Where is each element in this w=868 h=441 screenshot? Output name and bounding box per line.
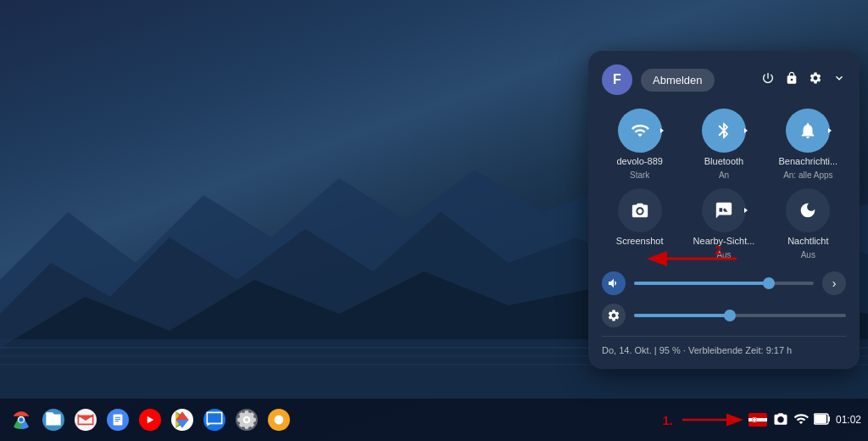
svg-point-26 [275,416,284,425]
play-store-icon[interactable] [168,405,197,434]
chevron-down-icon[interactable] [832,71,846,88]
gmail-icon[interactable] [71,405,100,434]
nightlight-toggle: Nachtlicht Aus [771,188,846,260]
nightlight-button[interactable] [786,188,830,232]
volume-icon [602,271,626,295]
settings-taskbar-icon[interactable] [232,405,261,434]
notifications-button[interactable] [786,109,830,153]
taskbar-time: 01:02 [836,414,861,426]
volume-fill [634,282,769,285]
orange-app-icon[interactable] [264,405,293,434]
taskbar-apps [7,405,662,434]
svg-rect-35 [828,416,830,421]
svg-rect-31 [748,418,767,421]
screenshot-toggle: Screenshot [602,188,677,260]
messages-icon[interactable] [200,405,229,434]
volume-expand-icon[interactable]: › [822,271,846,295]
nightlight-label: Nachtlicht [787,236,828,247]
user-avatar[interactable]: F [602,64,632,95]
notifications-label: Benachrichti... [778,156,837,167]
nearby-toggle: Nearby-Sicht... Aus [686,188,761,260]
nightlight-sublabel: Aus [801,250,815,260]
bluetooth-toggle: Bluetooth An [686,109,761,180]
svg-rect-36 [815,415,826,423]
settings-icon[interactable] [809,71,822,88]
brightness-thumb[interactable] [724,310,736,321]
screenshot-label: Screenshot [616,236,664,247]
notifications-toggle: Benachrichti... An: alle Apps [771,109,846,180]
nearby-label: Nearby-Sicht... [693,236,755,247]
taskbar: 1. [0,399,868,441]
taskbar-right: 01:02 [748,411,861,429]
toggle-grid: devolo-889 Stark Bluetooth An Benachrich… [602,109,846,260]
volume-track[interactable] [634,282,814,285]
wifi-sublabel: Stark [630,170,649,180]
files-icon[interactable] [39,405,68,434]
wifi-button[interactable] [618,109,662,153]
svg-point-12 [19,417,23,421]
bluetooth-button[interactable] [702,109,746,153]
header-icons [761,71,846,88]
bluetooth-sublabel: An [719,170,729,180]
power-icon[interactable] [761,71,775,88]
panel-header: F Abmelden [602,64,846,95]
wifi-label: devolo-889 [616,156,662,167]
chrome-icon[interactable] [7,405,36,434]
abmelden-button[interactable]: Abmelden [641,69,715,92]
brightness-fill [634,314,730,317]
svg-rect-19 [115,421,119,421]
locale-icon[interactable] [748,412,768,427]
notifications-sublabel: An: alle Apps [783,170,832,180]
svg-rect-17 [115,417,121,418]
wifi-tray-icon[interactable] [793,411,809,429]
brightness-icon [602,304,626,327]
youtube-icon[interactable] [136,405,164,434]
wifi-toggle: devolo-889 Stark [602,109,677,180]
annotation-1-label: 1. [662,413,673,427]
quick-settings-panel: F Abmelden [588,51,860,369]
screenshot-button[interactable] [618,188,662,232]
status-bar: Do, 14. Okt. | 95 % · Verbleibende Zeit:… [602,336,846,355]
nearby-button[interactable] [702,188,746,232]
svg-rect-18 [115,419,121,420]
lock-icon[interactable] [785,71,798,88]
annotation-arrow-1 [678,411,746,428]
nearby-sublabel: Aus [716,250,731,260]
volume-slider-row: › [602,271,846,295]
docs-icon[interactable] [103,405,132,434]
bluetooth-label: Bluetooth [704,156,743,167]
tray-screenshot-icon[interactable] [773,411,788,429]
battery-icon [814,413,831,427]
volume-thumb[interactable] [763,277,775,289]
brightness-track[interactable] [634,314,846,317]
brightness-slider-row [602,304,846,327]
